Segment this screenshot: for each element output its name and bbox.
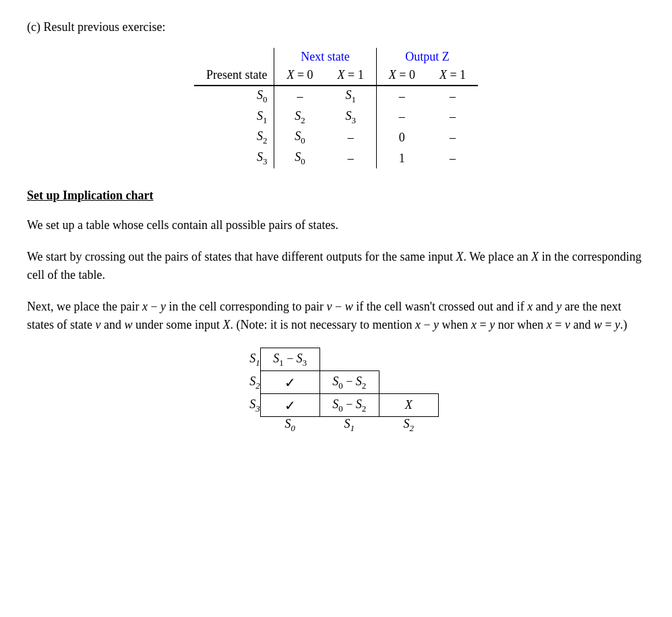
state-table: Present state Next state Output Z X = 0 …	[194, 48, 478, 168]
table-row: S1 S2 S3 – –	[194, 107, 478, 128]
state-table-wrapper: Present state Next state Output Z X = 0 …	[27, 48, 645, 168]
impl-row-s1: S1 S1 − S3	[233, 348, 438, 371]
output-z-header: Output Z	[376, 48, 478, 66]
impl-row-s3: S3 ✓ S0 − S2 X	[233, 394, 438, 417]
table-row: S0 – S1 – –	[194, 86, 478, 107]
impl-row-s2: S2 ✓ S0 − S2	[233, 371, 438, 394]
page-subtitle: (c) Result previous exercise:	[27, 20, 645, 34]
implication-chart: S1 S1 − S3 S2 ✓ S0 − S2 S3 ✓ S0 − S2 X	[27, 348, 645, 434]
next-state-header: Next state	[274, 48, 376, 66]
impl-col-labels: S0 S1 S2	[233, 417, 438, 434]
paragraph-1: We set up a table whose cells contain al…	[27, 216, 645, 234]
table-row: S3 S0 – 1 –	[194, 148, 478, 169]
impl-table: S1 S1 − S3 S2 ✓ S0 − S2 S3 ✓ S0 − S2 X	[233, 348, 439, 434]
paragraph-2: We start by crossing out the pairs of st…	[27, 248, 645, 284]
section-title: Set up Implication chart	[27, 189, 645, 203]
table-row: S2 S0 – 0 –	[194, 127, 478, 148]
paragraph-3: Next, we place the pair x − y in the cel…	[27, 298, 645, 334]
